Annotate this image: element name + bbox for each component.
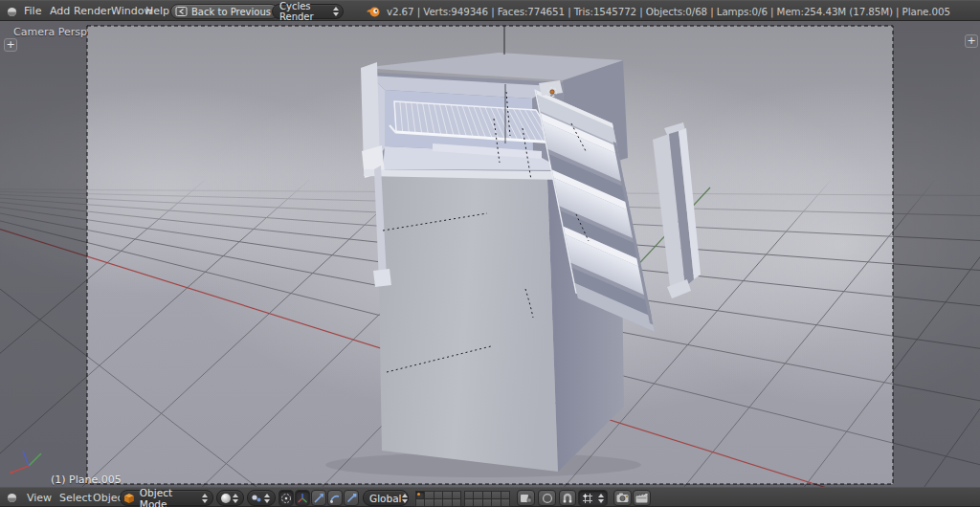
active-object-label: (1) Plane.005 (51, 474, 122, 486)
clapperboard-icon (635, 493, 648, 503)
dropdown-arrows-icon (402, 494, 405, 503)
translate-manipulator-button[interactable] (311, 490, 326, 506)
properties-shelf-expand-button[interactable]: + (965, 34, 978, 48)
rotate-manipulator-button[interactable] (327, 490, 343, 506)
scene-statistics: v2.67 | Verts:949346 | Faces:774651 | Tr… (387, 1, 950, 22)
axis-tripod-icon (297, 493, 308, 504)
rotate-arc-icon (329, 493, 341, 504)
transform-orientation-selector[interactable]: Global (363, 490, 409, 506)
tool-shelf-expand-button[interactable]: + (4, 38, 17, 52)
magnet-icon (562, 493, 573, 504)
menu-select[interactable]: Select (59, 488, 92, 507)
mode-selector[interactable]: Object Mode (120, 490, 213, 506)
layers-widget-group-2[interactable] (464, 491, 509, 506)
back-icon (175, 7, 188, 16)
view-name-label: Camera Persp (13, 26, 87, 38)
render-engine-selector[interactable]: Cycles Render (272, 4, 344, 19)
cabinet-hinge-bracket (373, 269, 391, 287)
snap-toggle[interactable] (559, 490, 576, 506)
scale-manipulator-button[interactable] (344, 490, 359, 506)
editor-type-icon[interactable] (6, 6, 18, 18)
3d-viewport[interactable]: Camera Persp (1) Plane.005 + + (0, 21, 980, 487)
manipulate-center-points-toggle[interactable] (278, 490, 294, 506)
dropdown-arrows-icon (333, 7, 339, 16)
viewport-scene (0, 21, 980, 487)
proportional-circle-icon (542, 493, 553, 504)
snap-element-selector[interactable] (578, 490, 608, 506)
back-to-previous-button[interactable]: Back to Previous (170, 4, 278, 19)
scale-icon (345, 493, 357, 504)
dropdown-arrows-icon (264, 494, 271, 503)
viewport-shading-selector[interactable] (216, 490, 244, 506)
menu-file[interactable]: File (24, 1, 41, 22)
pivot-point-selector[interactable] (247, 490, 276, 506)
manipulator-widget-toggle[interactable] (295, 490, 310, 506)
lock-to-scene-toggle[interactable] (517, 490, 535, 506)
center-points-icon (280, 493, 292, 504)
dropdown-arrows-icon (598, 494, 605, 503)
median-point-icon (251, 493, 262, 504)
dropdown-arrows-icon (202, 494, 209, 503)
active-layer-dot (417, 493, 420, 496)
solid-shading-sphere-icon (220, 493, 232, 504)
opengl-render-still-button[interactable] (613, 490, 632, 506)
menu-view[interactable]: View (27, 488, 52, 507)
viewport-header: View Select Object Object Mode (0, 487, 980, 507)
object-mode-cube-icon (123, 493, 135, 504)
menu-render[interactable]: Render (74, 1, 111, 22)
translate-arrow-icon (313, 493, 324, 504)
proportional-edit-selector[interactable] (538, 490, 556, 506)
opengl-render-animation-button[interactable] (633, 490, 651, 506)
snap-increment-icon (582, 493, 593, 504)
blender-window: File Add Render Window Help Back to Prev… (0, 0, 980, 507)
info-header: File Add Render Window Help Back to Prev… (0, 0, 980, 21)
layers-widget-group-1[interactable] (415, 491, 460, 506)
cabinet-front-face (377, 154, 558, 472)
blender-logo-icon (366, 4, 381, 19)
menu-help[interactable]: Help (145, 1, 169, 22)
editor-type-icon[interactable] (6, 492, 18, 504)
menu-add[interactable]: Add (50, 1, 70, 22)
dropdown-arrows-icon (233, 494, 239, 503)
scene-lock-icon (520, 493, 532, 504)
render-camera-icon (616, 493, 629, 503)
